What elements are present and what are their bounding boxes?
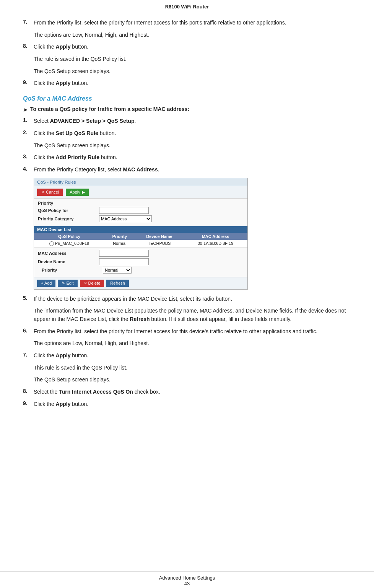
step-number-4-mac: 4.	[23, 166, 34, 172]
table-cell-radio[interactable]: Pri_MAC_6D8F19	[34, 240, 104, 248]
mac-device-table: QoS Policy Priority Device Name MAC Addr…	[34, 233, 247, 248]
edit-button[interactable]: ✎ Edit	[58, 280, 77, 287]
step-number-7-top: 7.	[23, 19, 34, 25]
qos-panel: QoS - Priority Rules ✕ Cancel Apply ▶ Pr…	[34, 178, 248, 290]
mac-address-input[interactable]	[99, 250, 149, 257]
step-9-top: 9. Click the Apply button.	[23, 79, 351, 88]
cancel-x-icon: ✕	[41, 190, 44, 195]
sub-para-6-bottom: The options are Low, Normal, High, and H…	[34, 339, 351, 348]
panel-buttons: ✕ Cancel Apply ▶	[34, 186, 247, 199]
device-name-input[interactable]	[99, 258, 149, 265]
step-text-6-bottom: From the Priority list, select the prior…	[34, 327, 351, 336]
step-number-9-top: 9.	[23, 79, 34, 85]
step-number-8-bottom: 8.	[23, 388, 34, 394]
step-4-mac: 4. From the Priority Category list, sele…	[23, 166, 351, 174]
step-text-8-bottom: Select the Turn Internet Access QoS On c…	[34, 388, 351, 396]
table-cell-qos-policy: Pri_MAC_6D8F19	[55, 241, 89, 246]
priority-field-label: Priority	[42, 268, 103, 272]
step-text-4-mac: From the Priority Category list, select …	[34, 166, 351, 174]
page-content: 7. From the Priority list, select the pr…	[0, 12, 374, 443]
mac-address-label: MAC Address	[38, 251, 99, 256]
table-cell-mac-address: 00:1A:6B:6D:8F:19	[184, 240, 247, 248]
sub-para-7-bottom-2: The QoS Setup screen displays.	[34, 376, 351, 384]
page-footer: Advanced Home Settings 43	[0, 572, 374, 588]
step-text-9-top: Click the Apply button.	[34, 79, 351, 88]
task-arrow: ➤	[23, 106, 28, 113]
page-header: R6100 WiFi Router	[0, 0, 374, 12]
step-number-8-top: 8.	[23, 43, 34, 49]
step-7-bottom: 7. Click the Apply button.	[23, 352, 351, 360]
panel-title: QoS - Priority Rules	[37, 180, 76, 184]
table-header-qos-policy: QoS Policy	[34, 233, 104, 240]
priority-row: Priority Normal	[38, 267, 244, 274]
footer-section: Advanced Home Settings	[0, 575, 374, 581]
add-button[interactable]: + Add	[37, 280, 55, 287]
step-text-7-top: From the Priority list, select the prior…	[34, 19, 351, 27]
step-text-9-bottom: Click the Apply button.	[34, 400, 351, 409]
mac-table-header: QoS Policy Priority Device Name MAC Addr…	[34, 233, 247, 240]
step-6-bottom: 6. From the Priority list, select the pr…	[23, 327, 351, 336]
priority-select[interactable]: Normal	[103, 267, 132, 274]
delete-x-icon: ✕	[84, 281, 87, 285]
step-8-bottom: 8. Select the Turn Internet Access QoS O…	[23, 388, 351, 396]
device-name-row: Device Name	[38, 258, 244, 265]
step-7-top: 7. From the Priority list, select the pr…	[23, 19, 351, 27]
qos-policy-label: QoS Policy for	[38, 208, 99, 213]
step-1-mac: 1. Select ADVANCED > Setup > QoS Setup.	[23, 117, 351, 125]
step-text-8-top: Click the Apply button.	[34, 43, 351, 51]
priority-category-row: Priority Category MAC Address	[38, 215, 244, 222]
sub-para-7-top: The options are Low, Normal, High, and H…	[34, 31, 351, 39]
add-plus-icon: +	[41, 281, 43, 285]
step-8-top: 8. Click the Apply button.	[23, 43, 351, 51]
step-number-2-mac: 2.	[23, 129, 34, 135]
sub-para-8-top-2: The QoS Setup screen displays.	[34, 67, 351, 76]
step-number-3-mac: 3.	[23, 153, 34, 160]
sub-para-5-bottom: The information from the MAC Device List…	[34, 307, 351, 323]
table-cell-priority: Normal	[104, 240, 135, 248]
panel-title-bar: QoS - Priority Rules	[34, 178, 247, 186]
priority-category-select[interactable]: MAC Address	[99, 215, 152, 222]
step-number-7-bottom: 7.	[23, 352, 34, 358]
priority-category-label: Priority Category	[38, 217, 99, 221]
table-header-device-name: Device Name	[135, 233, 184, 240]
priority-section: Priority QoS Policy for Priority Categor…	[34, 199, 247, 226]
task-heading: ➤ To create a QoS policy for traffic fro…	[23, 106, 351, 113]
step-number-9-bottom: 9.	[23, 400, 34, 406]
footer-page: 43	[0, 581, 374, 586]
step-text-2-mac: Click the Set Up QoS Rule button.	[34, 129, 351, 138]
section-title: QoS for a MAC Address	[23, 95, 351, 102]
mac-device-list-header: MAC Device List	[34, 226, 247, 233]
table-cell-device-name: TECHPUBS	[135, 240, 184, 248]
refresh-button[interactable]: Refresh	[106, 280, 129, 287]
table-row: Pri_MAC_6D8F19 Normal TECHPUBS 00:1A:6B:…	[34, 240, 247, 248]
priority-section-label: Priority	[38, 201, 244, 205]
page-title: R6100 WiFi Router	[165, 4, 209, 10]
sub-para-7-bottom-1: This rule is saved in the QoS Policy lis…	[34, 364, 351, 372]
step-text-1-mac: Select ADVANCED > Setup > QoS Setup.	[34, 117, 351, 125]
task-text: To create a QoS policy for traffic from …	[30, 106, 189, 112]
step-text-5-bottom: If the device to be prioritized appears …	[34, 295, 351, 303]
radio-button[interactable]	[49, 241, 54, 246]
panel-action-bar: + Add ✎ Edit ✕ Delete Refresh	[34, 277, 247, 289]
sub-para-8-top-1: The rule is saved in the QoS Policy list…	[34, 55, 351, 64]
step-text-7-bottom: Click the Apply button.	[34, 352, 351, 360]
qos-policy-input[interactable]	[99, 207, 149, 214]
device-name-label: Device Name	[38, 259, 99, 264]
table-header-priority: Priority	[104, 233, 135, 240]
step-9-bottom: 9. Click the Apply button.	[23, 400, 351, 409]
qos-policy-row: QoS Policy for	[38, 207, 244, 214]
step-5-bottom: 5. If the device to be prioritized appea…	[23, 295, 351, 303]
step-number-1-mac: 1.	[23, 117, 34, 123]
table-header-mac-address: MAC Address	[184, 233, 247, 240]
sub-para-2-mac: The QoS Setup screen displays.	[34, 142, 351, 150]
mac-fields-section: MAC Address Device Name Priority Normal	[34, 248, 247, 277]
delete-button[interactable]: ✕ Delete	[80, 280, 104, 287]
step-text-3-mac: Click the Add Priority Rule button.	[34, 153, 351, 162]
cancel-button[interactable]: ✕ Cancel	[37, 189, 63, 196]
edit-pencil-icon: ✎	[62, 281, 65, 285]
step-number-6-bottom: 6.	[23, 327, 34, 334]
apply-arrow-icon: ▶	[82, 190, 85, 195]
apply-button[interactable]: Apply ▶	[66, 189, 89, 196]
step-number-5-bottom: 5.	[23, 295, 34, 301]
step-3-mac: 3. Click the Add Priority Rule button.	[23, 153, 351, 162]
